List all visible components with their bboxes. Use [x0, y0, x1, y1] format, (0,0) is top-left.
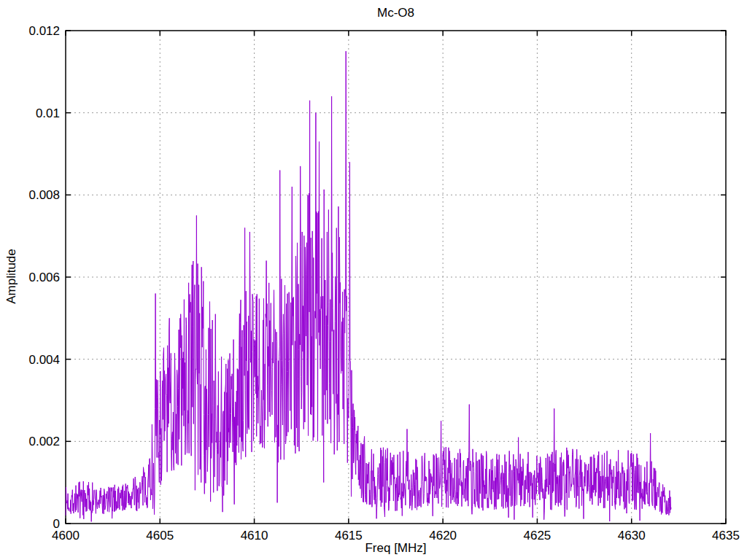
- y-tick-label: 0.004: [28, 353, 60, 367]
- y-tick-label: 0.012: [28, 24, 60, 38]
- x-axis-label: Freq [MHz]: [66, 541, 726, 556]
- y-tick-label: 0.002: [28, 435, 60, 448]
- spectrum-chart: 4600460546104615462046254630463500.0020.…: [0, 0, 747, 560]
- y-tick-label: 0: [53, 517, 60, 531]
- y-tick-label: 0.01: [36, 106, 60, 120]
- spectrum-trace: [66, 51, 671, 521]
- plot-figure: 4600460546104615462046254630463500.0020.…: [0, 0, 747, 560]
- y-tick-label: 0.006: [28, 271, 60, 284]
- y-axis-label: Amplitude: [4, 238, 19, 314]
- chart-title: Mc-O8: [66, 6, 726, 20]
- y-tick-label: 0.008: [28, 188, 60, 202]
